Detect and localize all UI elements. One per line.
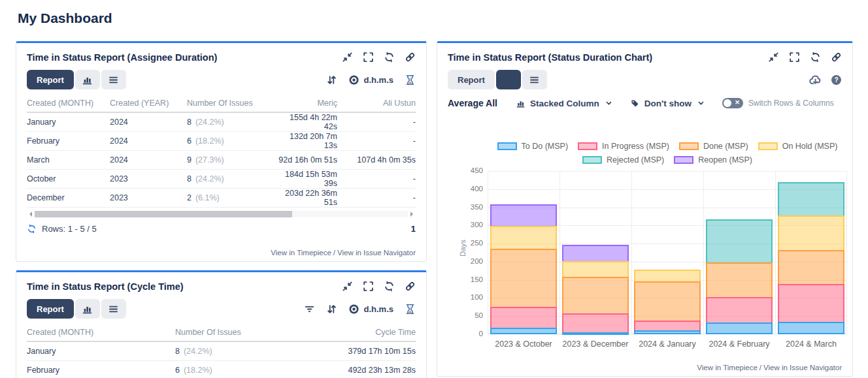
chart-view-button[interactable] <box>496 70 521 89</box>
scrollbar-track[interactable] <box>35 211 408 217</box>
link-separator: / <box>333 249 335 257</box>
bar-segment <box>706 297 773 324</box>
x-axis-label: 2023 & October <box>488 339 559 349</box>
link-icon[interactable] <box>405 281 416 292</box>
scroll-left-arrow[interactable] <box>27 212 32 217</box>
refresh-icon[interactable] <box>810 52 821 63</box>
legend-label: Reopen (MSP) <box>698 155 752 165</box>
bar-segment <box>490 249 557 308</box>
cell-percent: (24.2%) <box>195 118 224 127</box>
list-view-button[interactable] <box>101 70 126 89</box>
y-axis-tick: 200 <box>459 257 483 265</box>
chart-view-button[interactable] <box>75 70 100 89</box>
link-icon[interactable] <box>405 52 416 63</box>
view-in-issue-navigator-link[interactable]: View in Issue Navigator <box>337 249 416 257</box>
bar-segment <box>778 182 844 217</box>
column-header[interactable]: Ali Ustun <box>337 99 416 108</box>
cell-issues: 6(18.2%) <box>187 136 278 146</box>
bar-segment <box>562 261 629 278</box>
table-row: March 2024 9(27.3%) 92d 16h 0m 51s 107d … <box>27 151 416 170</box>
switch-rows-columns-toggle[interactable]: ✕ <box>722 98 743 108</box>
list-view-button[interactable] <box>101 299 126 319</box>
legend-item[interactable]: On Hold (MSP) <box>758 142 838 151</box>
fullscreen-icon[interactable] <box>363 281 374 292</box>
fullscreen-icon[interactable] <box>363 52 374 63</box>
chart-type-dropdown[interactable]: Stacked Column <box>516 99 612 108</box>
cell-duration: 92d 16h 0m 51s <box>278 155 337 165</box>
legend-label: To Do (MSP) <box>522 142 569 151</box>
download-icon[interactable] <box>809 74 822 86</box>
sort-icon[interactable] <box>326 74 337 86</box>
legend-item[interactable]: To Do (MSP) <box>497 142 569 151</box>
hourglass-icon[interactable] <box>405 74 416 86</box>
legend-label: Done (MSP) <box>703 142 748 151</box>
minimize-icon[interactable] <box>768 52 779 63</box>
scrollbar-thumb[interactable] <box>35 211 292 217</box>
fullscreen-icon[interactable] <box>789 52 800 63</box>
menu-icon <box>529 74 540 86</box>
cell-issues: 8(24.2%) <box>175 347 293 356</box>
report-view-button[interactable]: Report <box>27 299 74 319</box>
labels-dropdown[interactable]: Don't show <box>630 99 704 108</box>
sort-icon[interactable] <box>326 304 337 315</box>
y-axis-tick: 250 <box>459 239 483 247</box>
gadget-title: Time in Status Report (Status Duration C… <box>448 52 652 63</box>
view-in-timepiece-link[interactable]: View in Timepiece <box>271 249 331 257</box>
legend-item[interactable]: In Progress (MSP) <box>578 142 669 151</box>
column-header[interactable]: Number Of Issues <box>187 99 278 108</box>
y-axis-tick: 100 <box>459 293 483 301</box>
view-mode-switcher: Report <box>27 299 126 319</box>
legend-item[interactable]: Reopen (MSP) <box>674 155 752 165</box>
gadget-header-actions <box>342 281 416 292</box>
link-icon[interactable] <box>831 52 842 63</box>
cell-percent: (27.3%) <box>195 155 224 165</box>
gadget-title: Time in Status Report (Assignee Duration… <box>27 52 217 63</box>
refresh-icon[interactable] <box>384 52 395 63</box>
chart-view-button[interactable] <box>75 299 100 319</box>
filter-icon[interactable] <box>304 304 315 315</box>
labels-dropdown-value: Don't show <box>644 99 692 108</box>
report-view-button[interactable]: Report <box>448 70 495 89</box>
list-view-button[interactable] <box>522 70 547 89</box>
refresh-icon[interactable] <box>384 281 395 292</box>
legend-swatch <box>674 156 693 164</box>
page-title: My Dashboard <box>18 10 112 26</box>
y-axis-tick: 0 <box>459 330 483 338</box>
view-in-issue-navigator-link[interactable]: View in Issue Navigator <box>763 364 842 371</box>
column-header[interactable]: Created (MONTH) <box>27 328 175 337</box>
scroll-right-arrow[interactable] <box>410 212 416 217</box>
column-header[interactable]: Number Of Issues <box>175 328 293 337</box>
report-view-button[interactable]: Report <box>27 70 74 89</box>
column-header[interactable]: Created (MONTH) <box>27 99 110 108</box>
bar-chart-icon <box>516 99 526 108</box>
horizontal-scrollbar[interactable] <box>27 211 416 217</box>
legend-swatch <box>758 142 778 150</box>
minimize-icon[interactable] <box>342 52 353 63</box>
menu-icon <box>108 74 119 86</box>
legend-item[interactable]: Done (MSP) <box>679 142 748 151</box>
cell-year: 2023 <box>110 193 187 202</box>
view-in-timepiece-link[interactable]: View in Timepiece <box>697 364 757 371</box>
page-number[interactable]: 1 <box>410 224 416 234</box>
table-row: January 2024 8(24.2%) 155d 4h 22m 42s - <box>27 113 416 132</box>
legend-item[interactable]: Rejected (MSP) <box>582 155 664 165</box>
hourglass-icon[interactable] <box>405 304 416 315</box>
legend-swatch <box>578 142 597 150</box>
time-format-selector[interactable]: d.h.m.s <box>348 304 393 315</box>
switch-rows-columns-label: Switch Rows & Columns <box>748 99 834 108</box>
cell-month: December <box>27 193 110 202</box>
time-format-selector[interactable]: d.h.m.s <box>348 74 393 86</box>
cell-month: March <box>27 155 110 165</box>
target-icon <box>348 74 359 86</box>
bar-segment <box>562 277 629 315</box>
x-axis-label: 2024 & February <box>703 339 775 349</box>
column-header[interactable]: Meriç <box>278 99 337 108</box>
minimize-icon[interactable] <box>342 281 353 292</box>
column-header[interactable]: Cycle Time <box>293 328 416 337</box>
average-all-label[interactable]: Average All <box>448 98 497 108</box>
refresh-rows-icon[interactable] <box>27 224 37 234</box>
column-header[interactable]: Created (YEAR) <box>110 99 187 108</box>
help-icon[interactable] <box>831 74 842 86</box>
cell-percent: (24.2%) <box>195 174 224 183</box>
cell-year: 2024 <box>110 136 187 146</box>
